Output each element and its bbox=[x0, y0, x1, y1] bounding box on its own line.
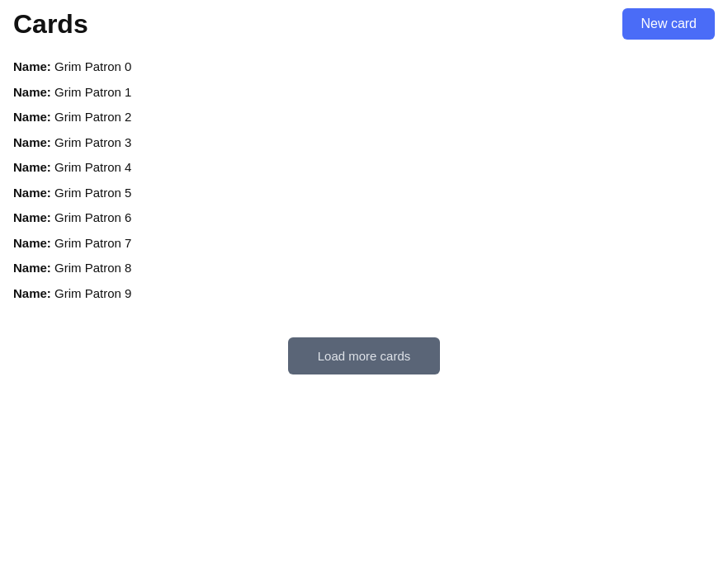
page-header: Cards New card bbox=[0, 0, 728, 48]
list-item: Name: Grim Patron 6 bbox=[13, 205, 715, 231]
page-title: Cards bbox=[13, 9, 88, 40]
card-value: Grim Patron 7 bbox=[54, 236, 131, 250]
list-item: Name: Grim Patron 2 bbox=[13, 105, 715, 130]
card-value: Grim Patron 8 bbox=[54, 261, 131, 275]
list-item: Name: Grim Patron 4 bbox=[13, 155, 715, 181]
card-label: Name: bbox=[13, 261, 54, 275]
card-list: Name: Grim Patron 0Name: Grim Patron 1Na… bbox=[0, 48, 728, 313]
new-card-button[interactable]: New card bbox=[622, 8, 715, 40]
card-value: Grim Patron 1 bbox=[54, 85, 131, 99]
list-item: Name: Grim Patron 8 bbox=[13, 256, 715, 281]
load-more-button[interactable]: Load more cards bbox=[288, 337, 441, 374]
card-label: Name: bbox=[13, 286, 54, 300]
card-value: Grim Patron 9 bbox=[54, 286, 131, 300]
card-value: Grim Patron 0 bbox=[54, 59, 131, 73]
list-item: Name: Grim Patron 9 bbox=[13, 281, 715, 307]
load-more-container: Load more cards bbox=[0, 337, 728, 374]
card-label: Name: bbox=[13, 135, 54, 149]
card-label: Name: bbox=[13, 160, 54, 174]
card-value: Grim Patron 3 bbox=[54, 135, 131, 149]
list-item: Name: Grim Patron 0 bbox=[13, 54, 715, 80]
card-label: Name: bbox=[13, 210, 54, 224]
card-label: Name: bbox=[13, 236, 54, 250]
list-item: Name: Grim Patron 3 bbox=[13, 130, 715, 156]
card-value: Grim Patron 5 bbox=[54, 186, 131, 200]
card-label: Name: bbox=[13, 186, 54, 200]
card-value: Grim Patron 2 bbox=[54, 110, 131, 124]
list-item: Name: Grim Patron 7 bbox=[13, 231, 715, 257]
list-item: Name: Grim Patron 1 bbox=[13, 80, 715, 106]
card-label: Name: bbox=[13, 110, 54, 124]
card-label: Name: bbox=[13, 59, 54, 73]
card-value: Grim Patron 4 bbox=[54, 160, 131, 174]
list-item: Name: Grim Patron 5 bbox=[13, 181, 715, 206]
card-value: Grim Patron 6 bbox=[54, 210, 131, 224]
card-label: Name: bbox=[13, 85, 54, 99]
